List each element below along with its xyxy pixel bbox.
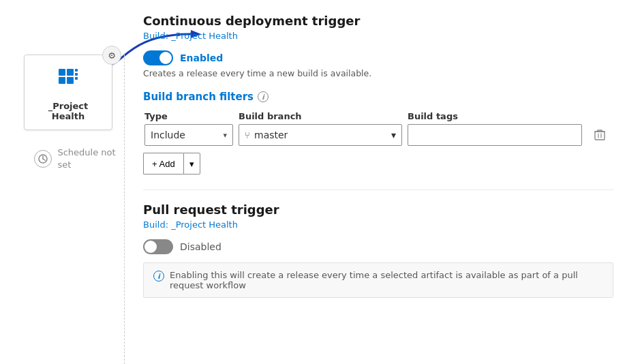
left-panel: ⚙ _Project Health Schedule notset: [0, 55, 136, 171]
pull-toggle[interactable]: [143, 239, 173, 254]
branch-value: master: [254, 130, 288, 140]
toggle-description: Creates a release every time a new build…: [143, 68, 613, 78]
build-branch-filters-title: Build branch filters i: [143, 91, 613, 103]
svg-rect-3: [59, 77, 65, 84]
type-value: Include: [151, 130, 185, 140]
info-box-text: Enabling this will create a release ever…: [170, 270, 603, 290]
svg-rect-4: [67, 77, 74, 84]
pull-title: Pull request trigger: [143, 202, 613, 217]
toggle-knob: [159, 52, 172, 64]
add-chevron-button[interactable]: ▾: [183, 153, 200, 175]
schedule-label: Schedule notset: [57, 147, 115, 171]
branch-chevron-icon: ▾: [391, 130, 396, 140]
add-button[interactable]: + Add: [143, 153, 183, 175]
enabled-label: Enabled: [180, 52, 223, 63]
build-branch-info-icon[interactable]: i: [258, 91, 269, 102]
branch-dropdown[interactable]: ⑂ master ▾: [239, 124, 402, 146]
col-tags-header: Build tags: [408, 111, 582, 121]
type-chevron-icon: ▾: [223, 131, 227, 140]
pull-toggle-row: Disabled: [143, 239, 613, 254]
schedule-icon: [34, 150, 52, 168]
build-tags-input[interactable]: [408, 124, 582, 146]
enabled-toggle-row: Enabled: [143, 50, 613, 65]
svg-rect-7: [75, 77, 78, 80]
add-chevron-icon: ▾: [189, 159, 194, 169]
section-subtitle: Build: _Project Health: [143, 31, 613, 41]
artifact-filter-button[interactable]: ⚙: [102, 46, 121, 65]
filter-table: Type Build branch Build tags Include ▾ ⑂…: [143, 111, 613, 146]
schedule-item[interactable]: Schedule notset: [20, 147, 115, 171]
svg-rect-5: [75, 69, 78, 72]
artifact-card: ⚙ _Project Health: [24, 55, 112, 130]
right-panel: Continuous deployment trigger Build: _Pr…: [143, 14, 613, 357]
pull-toggle-knob: [144, 241, 157, 253]
pull-subtitle: Build: _Project Health: [143, 219, 613, 230]
col-branch-header: Build branch: [239, 111, 402, 121]
type-dropdown[interactable]: Include ▾: [144, 124, 233, 146]
filter-data-row: Include ▾ ⑂ master ▾: [143, 124, 613, 146]
connector-line: [124, 55, 125, 364]
branch-left: ⑂ master: [245, 130, 288, 140]
svg-rect-6: [75, 73, 78, 76]
filter-header-row: Type Build branch Build tags: [143, 111, 613, 121]
svg-rect-2: [67, 69, 74, 76]
svg-line-10: [43, 159, 45, 160]
enabled-toggle[interactable]: [143, 50, 173, 65]
branch-icon: ⑂: [245, 130, 250, 140]
section-title: Continuous deployment trigger: [143, 14, 613, 28]
divider: [143, 189, 613, 190]
svg-rect-11: [595, 132, 605, 140]
info-box-icon: i: [153, 271, 164, 282]
artifact-icon: [56, 66, 80, 95]
delete-row-button[interactable]: [587, 129, 612, 141]
col-type-header: Type: [144, 111, 233, 121]
continuous-deployment-section: Continuous deployment trigger Build: _Pr…: [143, 14, 613, 175]
svg-rect-1: [59, 69, 65, 76]
add-row: + Add ▾: [143, 153, 613, 175]
artifact-name: _Project Health: [33, 101, 104, 121]
pull-toggle-label: Disabled: [180, 241, 221, 252]
pull-request-section: Pull request trigger Build: _Project Hea…: [143, 202, 613, 298]
pull-info-box: i Enabling this will create a release ev…: [143, 262, 613, 298]
